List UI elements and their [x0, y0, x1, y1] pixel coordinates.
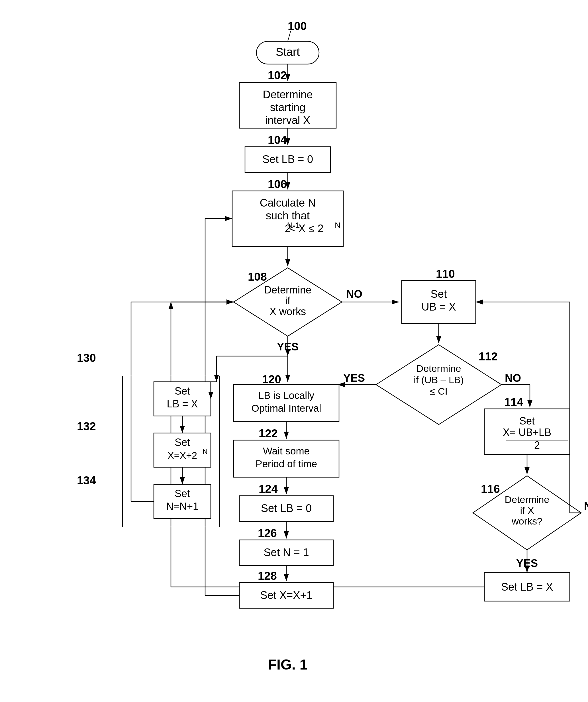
flowchart-diagram: 100 Start 102 Determine starting interva…	[0, 0, 588, 702]
node-106-label-1: Calculate N	[260, 197, 316, 209]
node-124-label: Set LB = 0	[261, 502, 312, 514]
ref-114: 114	[504, 396, 523, 408]
ref-112: 112	[479, 350, 498, 363]
label-112-no: NO	[505, 372, 521, 384]
label-108-no: NO	[346, 288, 362, 300]
ref-132: 132	[77, 420, 96, 433]
ref-110: 110	[436, 267, 455, 280]
node-110-label-1: Set	[431, 288, 447, 300]
node-134-label-2: N=N+1	[166, 500, 199, 512]
svg-line-2	[288, 31, 290, 41]
node-132-label-1: Set	[174, 437, 190, 448]
ref-116: 116	[481, 483, 500, 495]
node-122-label-2: Period of time	[255, 458, 317, 469]
node-102-label-1: Determine	[263, 89, 313, 101]
ref-108: 108	[248, 270, 267, 283]
node-108-label-1: Determine	[264, 284, 311, 296]
ref-126: 126	[258, 527, 277, 539]
ref-120: 120	[262, 373, 281, 385]
node-104-label: Set LB = 0	[262, 153, 313, 165]
node-112-label-1: Determine	[417, 363, 461, 374]
node-130-label-2: LB = X	[167, 398, 198, 410]
node-126-label: Set N = 1	[263, 547, 309, 558]
ref-124: 124	[259, 483, 278, 495]
node-116-label-1: Determine	[505, 494, 550, 505]
ref-134: 134	[77, 474, 96, 487]
node-130-label-1: Set	[174, 385, 190, 397]
node-132-label-exp: N	[203, 448, 207, 455]
node-128-label: Set X=X+1	[260, 589, 313, 601]
node-108-label-2: if	[285, 295, 290, 307]
node-112-label-2: if (UB – LB)	[414, 374, 464, 385]
node-108-label-3: X works	[269, 306, 306, 317]
node-116-label-3: works?	[511, 516, 543, 526]
ref-102: 102	[268, 69, 287, 82]
ref-128: 128	[258, 570, 277, 582]
node-114-label-3: 2	[534, 439, 540, 451]
ref-122: 122	[259, 427, 278, 440]
figure-label: FIG. 1	[268, 657, 308, 673]
node-118-label: Set LB = X	[501, 581, 553, 593]
start-label: Start	[276, 45, 300, 58]
node-116-label-2: if X	[520, 505, 534, 516]
ref-106: 106	[268, 178, 287, 190]
node-114-label-1: Set	[519, 415, 535, 427]
node-102-label-3: interval X	[265, 114, 310, 126]
node-106-label-4: < X ≤ 2	[289, 223, 323, 234]
node-122-label-1: Wait some	[263, 445, 310, 456]
node-134-label-1: Set	[174, 488, 190, 499]
node-120-label-1: LB is Locally	[258, 390, 315, 401]
node-106-label-2: such that	[266, 210, 310, 222]
ref-100: 100	[288, 20, 307, 32]
node-132-label-2: X=X+2	[167, 450, 197, 461]
label-112-yes: YES	[343, 372, 365, 384]
node-102-label-2: starting	[270, 101, 306, 113]
node-114-label-2: X= UB+LB	[503, 427, 551, 438]
label-116-no: NO	[584, 500, 588, 512]
node-106-label-exp2: N	[335, 221, 340, 230]
ref-104: 104	[268, 134, 287, 146]
node-120-label-2: Optimal Interval	[251, 402, 321, 414]
node-110-label-2: UB = X	[421, 301, 456, 313]
ref-130: 130	[77, 352, 96, 364]
node-112-label-3: ≤ CI	[430, 386, 448, 396]
